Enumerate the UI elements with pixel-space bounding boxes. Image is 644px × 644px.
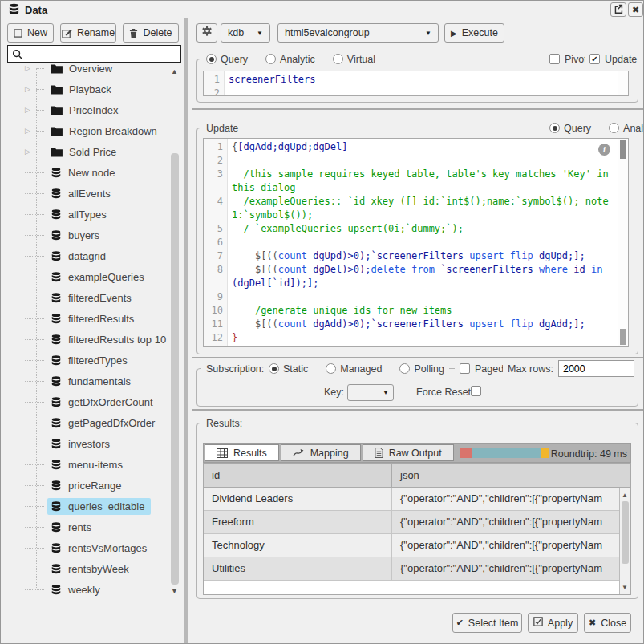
scrollbar-thumb[interactable] bbox=[620, 140, 626, 159]
expand-caret-icon[interactable]: ▷ bbox=[25, 106, 36, 114]
tree-item-filteredevents[interactable]: filteredEvents bbox=[25, 287, 138, 308]
radio-button[interactable] bbox=[399, 363, 410, 374]
editor-scrollbar[interactable] bbox=[618, 71, 628, 95]
radio-analytic[interactable]: Analytic bbox=[609, 123, 644, 134]
table-scrollbar-thumb[interactable] bbox=[622, 501, 629, 564]
radio-button[interactable] bbox=[269, 363, 279, 374]
radio-button[interactable] bbox=[206, 54, 217, 64]
tab-mapping[interactable]: Mapping bbox=[281, 444, 361, 461]
radio-virtual[interactable]: Virtual bbox=[333, 54, 375, 65]
expand-caret-icon[interactable]: ▷ bbox=[25, 127, 36, 135]
update-option: Update bbox=[585, 52, 642, 66]
table-row-technology[interactable]: Technology{"operator":"AND","children":[… bbox=[204, 534, 630, 557]
table-row-freeform[interactable]: Freeform{"operator":"AND","children":[{"… bbox=[204, 511, 630, 534]
radio-query[interactable]: Query bbox=[206, 54, 248, 65]
pivot-checkbox[interactable] bbox=[549, 54, 560, 64]
tree-item-menu-items[interactable]: menu-items bbox=[25, 454, 129, 475]
tree-item-alltypes[interactable]: allTypes bbox=[25, 204, 113, 225]
tree-scrollbar-thumb[interactable] bbox=[171, 153, 179, 585]
column-header-id[interactable]: id bbox=[204, 464, 392, 487]
radio-analytic[interactable]: Analytic bbox=[265, 54, 315, 65]
expand-caret-icon[interactable]: ▷ bbox=[25, 85, 36, 93]
radio-button[interactable] bbox=[609, 123, 619, 133]
tree-item-label: filteredEvents bbox=[68, 292, 132, 304]
radio-button[interactable] bbox=[549, 123, 560, 133]
paged-checkbox[interactable] bbox=[460, 363, 470, 374]
select-item-button[interactable]: ✔ Select Item bbox=[452, 613, 522, 633]
tree-item-queries_editable[interactable]: queries_editable bbox=[25, 496, 151, 516]
execute-button[interactable]: ▶ Execute bbox=[444, 23, 504, 43]
scrollbar-thumb[interactable] bbox=[620, 329, 626, 345]
settings-button[interactable] bbox=[196, 23, 217, 43]
connection-select[interactable]: html5evalcongroup ▼ bbox=[277, 23, 439, 43]
scroll-down-icon[interactable]: ▼ bbox=[622, 584, 628, 591]
tree-item-buyers[interactable]: buyers bbox=[25, 225, 106, 245]
radio-managed[interactable]: Managed bbox=[326, 363, 382, 375]
force-reset-checkbox[interactable] bbox=[471, 386, 481, 396]
tree-item-examplequeries[interactable]: exampleQueries bbox=[25, 266, 151, 287]
tree: ▷Overview▷Playback▷PriceIndex▷Region Bre… bbox=[1, 64, 184, 644]
tree-item-priceindex[interactable]: ▷PriceIndex bbox=[25, 99, 124, 120]
tree-item-label: allTypes bbox=[68, 209, 107, 221]
tree-item-filteredresults[interactable]: filteredResults bbox=[25, 308, 140, 329]
radio-label: Query bbox=[564, 123, 591, 134]
tree-item-filteredtypes[interactable]: filteredTypes bbox=[25, 350, 134, 371]
tree-item-allevents[interactable]: allEvents bbox=[25, 183, 117, 204]
radio-button[interactable] bbox=[265, 54, 276, 64]
radio-polling[interactable]: Polling bbox=[399, 363, 444, 375]
tree-item-rents[interactable]: rents bbox=[25, 516, 98, 537]
tree-scroll-down-icon[interactable]: ▼ bbox=[171, 587, 178, 595]
table-row-dividend-leaders[interactable]: Dividend Leaders{"operator":"AND","child… bbox=[204, 488, 630, 511]
close-button[interactable]: ✖ bbox=[628, 2, 643, 17]
tree-item-datagrid[interactable]: datagrid bbox=[25, 245, 112, 266]
apply-button[interactable]: Apply bbox=[528, 613, 578, 633]
tree-item-filteredresults-top-10[interactable]: filteredResults top 10 bbox=[25, 329, 172, 350]
radio-button[interactable] bbox=[326, 363, 336, 374]
expand-button[interactable] bbox=[610, 2, 626, 17]
tree-item-getdfxordercount[interactable]: getDfxOrderCount bbox=[25, 391, 160, 412]
update-mode-group: QueryAnalytic bbox=[545, 121, 644, 135]
delete-button[interactable]: Delete bbox=[123, 23, 179, 43]
tab-raw-output[interactable]: Raw Output bbox=[363, 444, 454, 461]
tree-connector bbox=[25, 256, 44, 257]
tree-item-new-node[interactable]: New node bbox=[25, 162, 122, 183]
tree-item-pricerange[interactable]: priceRange bbox=[25, 475, 128, 496]
editor-scrollbar[interactable] bbox=[618, 139, 628, 346]
expand-caret-icon[interactable]: ▷ bbox=[25, 148, 36, 156]
column-header-json[interactable]: json bbox=[392, 464, 630, 487]
tree-item-overview[interactable]: ▷Overview bbox=[25, 64, 119, 79]
scroll-up-icon[interactable]: ▲ bbox=[622, 492, 628, 499]
update-checkbox[interactable] bbox=[589, 54, 600, 64]
tree-scroll-up-icon[interactable]: ▲ bbox=[171, 67, 178, 75]
tree-item-getpageddfxorder[interactable]: getPagedDfxOrder bbox=[25, 412, 161, 433]
query-code-editor[interactable]: 1screenerFilters2 bbox=[203, 71, 629, 96]
tab-results[interactable]: Results bbox=[205, 444, 279, 461]
tree-item-sold-price[interactable]: ▷Sold Price bbox=[25, 141, 123, 162]
radio-static[interactable]: Static bbox=[269, 363, 308, 375]
tree-item-fundamentals[interactable]: fundamentals bbox=[25, 371, 137, 391]
server-type-select[interactable]: kdb ▼ bbox=[221, 23, 270, 43]
radio-query[interactable]: Query bbox=[549, 123, 591, 134]
line-number: 5 bbox=[204, 222, 228, 236]
search-input[interactable] bbox=[27, 47, 178, 61]
close-dialog-button[interactable]: ✖ Close bbox=[584, 613, 631, 633]
tree-item-investors[interactable]: investors bbox=[25, 433, 116, 454]
force-reset-label: Force Reset: bbox=[416, 387, 474, 398]
info-icon[interactable]: i bbox=[598, 144, 610, 156]
tree-item-region-breakdown[interactable]: ▷Region Breakdown bbox=[25, 120, 164, 141]
tree-connector bbox=[25, 548, 44, 549]
new-button[interactable]: New bbox=[7, 23, 54, 43]
tree-item-rentsvsmortages[interactable]: rentsVsMortages bbox=[25, 537, 153, 558]
update-code-editor[interactable]: 1{[dgAdd;dgUpd;dgDel]23 /this sample req… bbox=[203, 138, 629, 347]
tree-item-playback[interactable]: ▷Playback bbox=[25, 79, 118, 99]
radio-button[interactable] bbox=[333, 54, 343, 64]
table-row-utilities[interactable]: Utilities{"operator":"AND","children":[{… bbox=[204, 557, 630, 581]
tree-connector bbox=[25, 444, 44, 444]
max-rows-input[interactable] bbox=[558, 360, 634, 377]
tree-item-rentsbyweek[interactable]: rentsbyWeek bbox=[25, 558, 136, 579]
expand-caret-icon[interactable]: ▷ bbox=[25, 64, 36, 72]
rename-button[interactable]: Rename bbox=[60, 23, 116, 43]
key-select[interactable]: ▼ bbox=[347, 384, 394, 401]
tree-item-weekly[interactable]: weekly bbox=[25, 579, 107, 600]
panel-divider[interactable] bbox=[184, 18, 188, 644]
